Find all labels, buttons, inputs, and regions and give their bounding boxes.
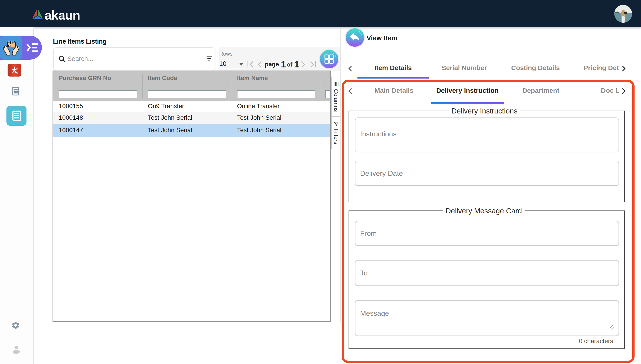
svg-text:akaun: akaun (44, 8, 80, 21)
